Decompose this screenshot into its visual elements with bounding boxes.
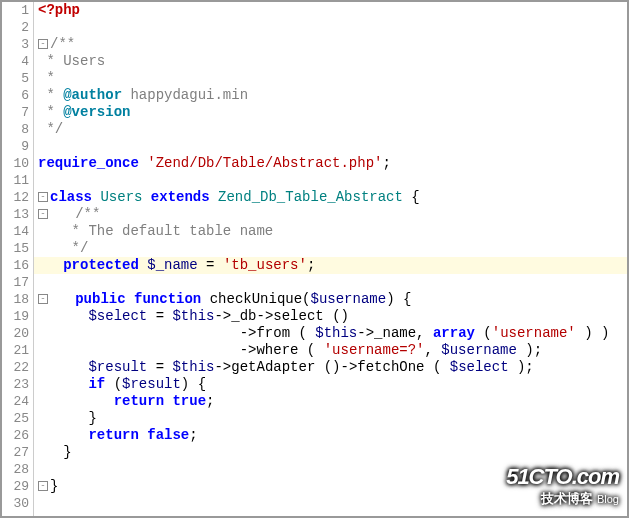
code-line[interactable]: if ($result) { xyxy=(34,376,627,393)
token-p: ; xyxy=(307,257,315,273)
token-c: /** xyxy=(50,36,75,52)
token-p: ; xyxy=(382,155,390,171)
token-kw: function xyxy=(134,291,201,307)
token-p: () xyxy=(324,308,349,324)
token-fn: _name xyxy=(374,325,416,341)
token-fn: fetchOne xyxy=(357,359,424,375)
code-line[interactable] xyxy=(34,274,627,291)
code-line[interactable]: - /** xyxy=(34,206,627,223)
token-c: /** xyxy=(75,206,100,222)
token-k: require_once xyxy=(38,155,139,171)
line-number: 14 xyxy=(2,223,29,240)
line-number: 30 xyxy=(2,495,29,512)
code-line[interactable]: * The default table name xyxy=(34,223,627,240)
code-area[interactable]: <?php-/** * Users * * @author happydagui… xyxy=(34,2,627,516)
token-p xyxy=(38,393,114,409)
token-fn: checkUnique xyxy=(210,291,302,307)
fold-toggle-icon[interactable]: - xyxy=(38,294,48,304)
token-tag: @version xyxy=(63,104,130,120)
token-c: * xyxy=(38,104,63,120)
token-p: -> xyxy=(257,308,274,324)
token-s: 'username' xyxy=(492,325,576,341)
token-fn: select xyxy=(273,308,323,324)
code-line[interactable]: ->from ( $this->_name, array ('username'… xyxy=(34,325,627,342)
line-number: 20 xyxy=(2,325,29,342)
token-p: ( xyxy=(290,325,315,341)
code-line[interactable]: - public function checkUnique($username)… xyxy=(34,291,627,308)
code-line[interactable] xyxy=(34,172,627,189)
code-line[interactable] xyxy=(34,495,627,512)
token-v: $_name xyxy=(147,257,197,273)
token-kw: if xyxy=(88,376,105,392)
token-v: $this xyxy=(315,325,357,341)
code-line[interactable]: */ xyxy=(34,240,627,257)
code-line[interactable]: $result = $this->getAdapter ()->fetchOne… xyxy=(34,359,627,376)
line-number: 21 xyxy=(2,342,29,359)
fold-toggle-icon[interactable]: - xyxy=(38,192,48,202)
token-kw: public xyxy=(75,291,125,307)
code-line[interactable]: * @author happydagui.min xyxy=(34,87,627,104)
code-line[interactable]: $select = $this->_db->select () xyxy=(34,308,627,325)
line-number: 23 xyxy=(2,376,29,393)
code-line[interactable]: } xyxy=(34,410,627,427)
token-p: ) ) xyxy=(576,325,610,341)
token-p xyxy=(38,427,88,443)
token-kw: return xyxy=(88,427,138,443)
token-p: ; xyxy=(206,393,214,409)
line-number: 25 xyxy=(2,410,29,427)
line-number: 17 xyxy=(2,274,29,291)
code-line[interactable]: return false; xyxy=(34,427,627,444)
token-p: } xyxy=(50,478,58,494)
token-tag: @author xyxy=(63,87,122,103)
code-line[interactable] xyxy=(34,461,627,478)
fold-toggle-icon[interactable]: - xyxy=(38,39,48,49)
token-c: * Users xyxy=(38,53,105,69)
line-number: 2 xyxy=(2,19,29,36)
code-line[interactable] xyxy=(34,19,627,36)
token-c: */ xyxy=(38,240,88,256)
line-number: 5 xyxy=(2,70,29,87)
fold-toggle-icon[interactable]: - xyxy=(38,481,48,491)
token-p: ( xyxy=(425,359,450,375)
line-number: 9 xyxy=(2,138,29,155)
code-line[interactable]: -} xyxy=(34,478,627,495)
token-p: -> xyxy=(214,359,231,375)
code-line[interactable]: */ xyxy=(34,121,627,138)
token-s: 'Zend/Db/Table/Abstract.php' xyxy=(147,155,382,171)
line-number: 7 xyxy=(2,104,29,121)
code-line[interactable]: require_once 'Zend/Db/Table/Abstract.php… xyxy=(34,155,627,172)
token-p: ) { xyxy=(386,291,411,307)
token-fn: _db xyxy=(231,308,256,324)
code-line[interactable]: -class Users extends Zend_Db_Table_Abstr… xyxy=(34,189,627,206)
token-c: */ xyxy=(38,121,63,137)
code-line[interactable]: * Users xyxy=(34,53,627,70)
token-p xyxy=(38,257,63,273)
code-line[interactable]: -/** xyxy=(34,36,627,53)
code-line[interactable]: protected $_name = 'tb_users'; xyxy=(34,257,627,274)
token-fn: where xyxy=(256,342,298,358)
line-number: 18 xyxy=(2,291,29,308)
token-v: $this xyxy=(172,359,214,375)
token-fn: getAdapter xyxy=(231,359,315,375)
token-v: $select xyxy=(88,308,147,324)
token-p: ( xyxy=(475,325,492,341)
token-p: = xyxy=(147,308,172,324)
token-p xyxy=(38,308,88,324)
token-v: $this xyxy=(172,308,214,324)
code-line[interactable]: return true; xyxy=(34,393,627,410)
line-number: 22 xyxy=(2,359,29,376)
token-kw: return xyxy=(114,393,164,409)
fold-toggle-icon[interactable]: - xyxy=(38,209,48,219)
code-line[interactable]: * xyxy=(34,70,627,87)
code-line[interactable]: * @version xyxy=(34,104,627,121)
line-number: 13 xyxy=(2,206,29,223)
token-p: ()-> xyxy=(315,359,357,375)
line-number: 1 xyxy=(2,2,29,19)
code-line[interactable]: <?php xyxy=(34,2,627,19)
code-line[interactable]: } xyxy=(34,444,627,461)
code-line[interactable] xyxy=(34,138,627,155)
token-p: ( xyxy=(298,342,323,358)
token-kw: extends xyxy=(151,189,210,205)
line-number: 16 xyxy=(2,257,29,274)
code-line[interactable]: ->where ( 'username=?', $username ); xyxy=(34,342,627,359)
